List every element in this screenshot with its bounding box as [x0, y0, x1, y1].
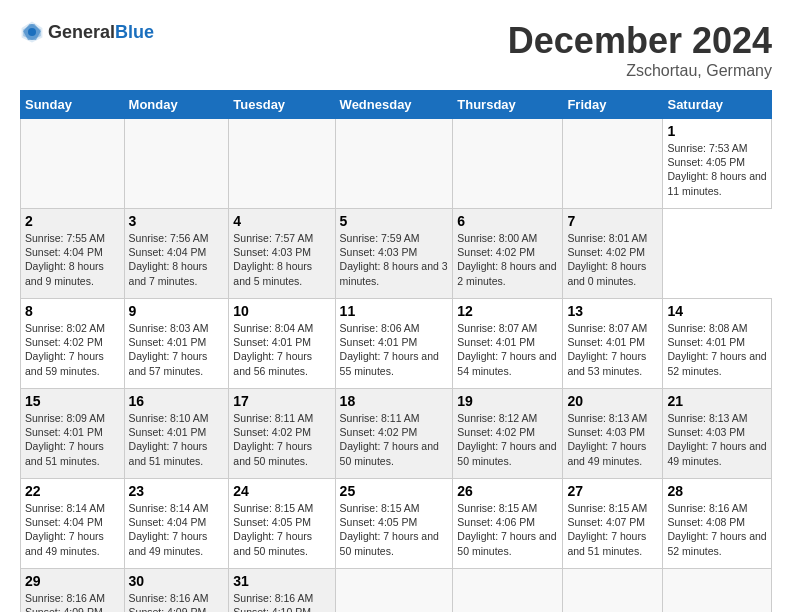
day-info: Sunrise: 7:55 AMSunset: 4:04 PMDaylight:…: [25, 231, 120, 288]
empty-cell: [453, 119, 563, 209]
logo: General Blue: [20, 20, 154, 44]
day-number: 30: [129, 573, 225, 589]
day-info: Sunrise: 8:03 AMSunset: 4:01 PMDaylight:…: [129, 321, 225, 378]
calendar-day-cell: 29Sunrise: 8:16 AMSunset: 4:09 PMDayligh…: [21, 569, 125, 613]
day-number: 8: [25, 303, 120, 319]
calendar-week-row: 1Sunrise: 7:53 AMSunset: 4:05 PMDaylight…: [21, 119, 772, 209]
calendar-day-cell: 10Sunrise: 8:04 AMSunset: 4:01 PMDayligh…: [229, 299, 335, 389]
calendar-week-row: 29Sunrise: 8:16 AMSunset: 4:09 PMDayligh…: [21, 569, 772, 613]
calendar-day-cell: 26Sunrise: 8:15 AMSunset: 4:06 PMDayligh…: [453, 479, 563, 569]
day-number: 26: [457, 483, 558, 499]
calendar-day-cell: 28Sunrise: 8:16 AMSunset: 4:08 PMDayligh…: [663, 479, 772, 569]
calendar-day-cell: 11Sunrise: 8:06 AMSunset: 4:01 PMDayligh…: [335, 299, 453, 389]
day-number: 1: [667, 123, 767, 139]
logo-icon: [20, 20, 44, 44]
empty-cell: [453, 569, 563, 613]
weekday-header-tuesday: Tuesday: [229, 91, 335, 119]
day-info: Sunrise: 8:04 AMSunset: 4:01 PMDaylight:…: [233, 321, 330, 378]
calendar-day-cell: 24Sunrise: 8:15 AMSunset: 4:05 PMDayligh…: [229, 479, 335, 569]
day-info: Sunrise: 8:01 AMSunset: 4:02 PMDaylight:…: [567, 231, 658, 288]
day-number: 10: [233, 303, 330, 319]
calendar-day-cell: 18Sunrise: 8:11 AMSunset: 4:02 PMDayligh…: [335, 389, 453, 479]
day-number: 23: [129, 483, 225, 499]
weekday-header-wednesday: Wednesday: [335, 91, 453, 119]
day-number: 12: [457, 303, 558, 319]
day-number: 22: [25, 483, 120, 499]
subtitle: Zschortau, Germany: [508, 62, 772, 80]
calendar-day-cell: 21Sunrise: 8:13 AMSunset: 4:03 PMDayligh…: [663, 389, 772, 479]
weekday-header-thursday: Thursday: [453, 91, 563, 119]
empty-cell: [229, 119, 335, 209]
calendar-day-cell: 19Sunrise: 8:12 AMSunset: 4:02 PMDayligh…: [453, 389, 563, 479]
day-info: Sunrise: 8:06 AMSunset: 4:01 PMDaylight:…: [340, 321, 449, 378]
day-info: Sunrise: 8:15 AMSunset: 4:05 PMDaylight:…: [233, 501, 330, 558]
title-block: December 2024 Zschortau, Germany: [508, 20, 772, 80]
calendar-day-cell: 5Sunrise: 7:59 AMSunset: 4:03 PMDaylight…: [335, 209, 453, 299]
day-info: Sunrise: 8:02 AMSunset: 4:02 PMDaylight:…: [25, 321, 120, 378]
day-number: 24: [233, 483, 330, 499]
day-info: Sunrise: 8:10 AMSunset: 4:01 PMDaylight:…: [129, 411, 225, 468]
calendar-day-cell: 23Sunrise: 8:14 AMSunset: 4:04 PMDayligh…: [124, 479, 229, 569]
day-info: Sunrise: 8:11 AMSunset: 4:02 PMDaylight:…: [340, 411, 449, 468]
day-number: 20: [567, 393, 658, 409]
logo-blue-text: Blue: [115, 22, 154, 43]
calendar-day-cell: 20Sunrise: 8:13 AMSunset: 4:03 PMDayligh…: [563, 389, 663, 479]
calendar-table: SundayMondayTuesdayWednesdayThursdayFrid…: [20, 90, 772, 612]
day-number: 2: [25, 213, 120, 229]
calendar-week-row: 2Sunrise: 7:55 AMSunset: 4:04 PMDaylight…: [21, 209, 772, 299]
day-info: Sunrise: 7:53 AMSunset: 4:05 PMDaylight:…: [667, 141, 767, 198]
day-info: Sunrise: 8:16 AMSunset: 4:09 PMDaylight:…: [25, 591, 120, 612]
day-info: Sunrise: 8:08 AMSunset: 4:01 PMDaylight:…: [667, 321, 767, 378]
day-info: Sunrise: 7:56 AMSunset: 4:04 PMDaylight:…: [129, 231, 225, 288]
calendar-day-cell: 4Sunrise: 7:57 AMSunset: 4:03 PMDaylight…: [229, 209, 335, 299]
day-number: 11: [340, 303, 449, 319]
day-info: Sunrise: 8:13 AMSunset: 4:03 PMDaylight:…: [667, 411, 767, 468]
calendar-day-cell: 13Sunrise: 8:07 AMSunset: 4:01 PMDayligh…: [563, 299, 663, 389]
calendar-day-cell: 7Sunrise: 8:01 AMSunset: 4:02 PMDaylight…: [563, 209, 663, 299]
main-title: December 2024: [508, 20, 772, 62]
calendar-day-cell: 30Sunrise: 8:16 AMSunset: 4:09 PMDayligh…: [124, 569, 229, 613]
calendar-day-cell: 27Sunrise: 8:15 AMSunset: 4:07 PMDayligh…: [563, 479, 663, 569]
calendar-day-cell: 6Sunrise: 8:00 AMSunset: 4:02 PMDaylight…: [453, 209, 563, 299]
day-info: Sunrise: 8:07 AMSunset: 4:01 PMDaylight:…: [457, 321, 558, 378]
calendar-week-row: 15Sunrise: 8:09 AMSunset: 4:01 PMDayligh…: [21, 389, 772, 479]
empty-cell: [124, 119, 229, 209]
day-number: 6: [457, 213, 558, 229]
day-info: Sunrise: 8:15 AMSunset: 4:05 PMDaylight:…: [340, 501, 449, 558]
day-number: 13: [567, 303, 658, 319]
day-info: Sunrise: 8:09 AMSunset: 4:01 PMDaylight:…: [25, 411, 120, 468]
weekday-header-monday: Monday: [124, 91, 229, 119]
calendar-day-cell: 14Sunrise: 8:08 AMSunset: 4:01 PMDayligh…: [663, 299, 772, 389]
day-number: 9: [129, 303, 225, 319]
calendar-week-row: 22Sunrise: 8:14 AMSunset: 4:04 PMDayligh…: [21, 479, 772, 569]
calendar-day-cell: 8Sunrise: 8:02 AMSunset: 4:02 PMDaylight…: [21, 299, 125, 389]
calendar-day-cell: 31Sunrise: 8:16 AMSunset: 4:10 PMDayligh…: [229, 569, 335, 613]
empty-cell: [663, 569, 772, 613]
day-number: 31: [233, 573, 330, 589]
day-info: Sunrise: 8:15 AMSunset: 4:07 PMDaylight:…: [567, 501, 658, 558]
day-number: 4: [233, 213, 330, 229]
weekday-header-saturday: Saturday: [663, 91, 772, 119]
page-header: General Blue December 2024 Zschortau, Ge…: [20, 20, 772, 80]
day-info: Sunrise: 8:14 AMSunset: 4:04 PMDaylight:…: [25, 501, 120, 558]
day-info: Sunrise: 7:59 AMSunset: 4:03 PMDaylight:…: [340, 231, 449, 288]
day-info: Sunrise: 8:07 AMSunset: 4:01 PMDaylight:…: [567, 321, 658, 378]
day-info: Sunrise: 8:13 AMSunset: 4:03 PMDaylight:…: [567, 411, 658, 468]
day-info: Sunrise: 8:16 AMSunset: 4:10 PMDaylight:…: [233, 591, 330, 612]
day-number: 27: [567, 483, 658, 499]
calendar-day-cell: 9Sunrise: 8:03 AMSunset: 4:01 PMDaylight…: [124, 299, 229, 389]
weekday-header-sunday: Sunday: [21, 91, 125, 119]
empty-cell: [563, 569, 663, 613]
day-number: 18: [340, 393, 449, 409]
day-number: 5: [340, 213, 449, 229]
day-number: 14: [667, 303, 767, 319]
day-info: Sunrise: 8:00 AMSunset: 4:02 PMDaylight:…: [457, 231, 558, 288]
day-info: Sunrise: 7:57 AMSunset: 4:03 PMDaylight:…: [233, 231, 330, 288]
calendar-day-cell: 12Sunrise: 8:07 AMSunset: 4:01 PMDayligh…: [453, 299, 563, 389]
day-number: 16: [129, 393, 225, 409]
weekday-header-row: SundayMondayTuesdayWednesdayThursdayFrid…: [21, 91, 772, 119]
calendar-day-cell: 17Sunrise: 8:11 AMSunset: 4:02 PMDayligh…: [229, 389, 335, 479]
day-number: 19: [457, 393, 558, 409]
day-number: 15: [25, 393, 120, 409]
day-info: Sunrise: 8:12 AMSunset: 4:02 PMDaylight:…: [457, 411, 558, 468]
